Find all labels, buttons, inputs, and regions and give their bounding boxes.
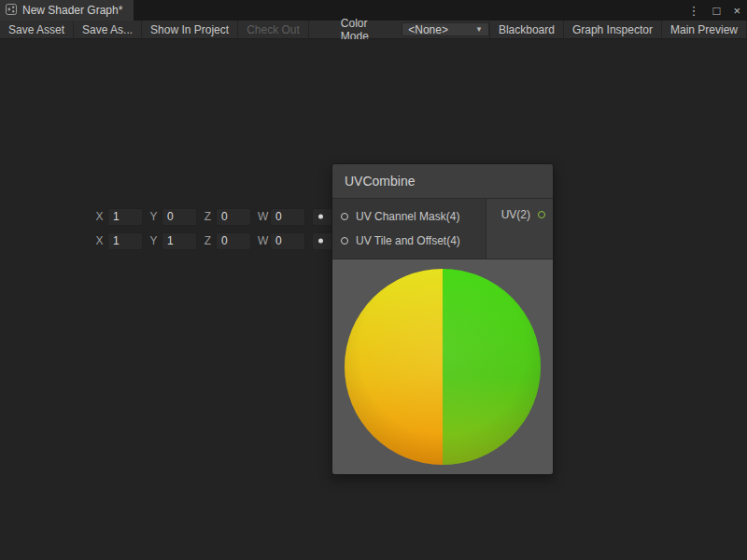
field-value-y[interactable]: 0 bbox=[162, 208, 197, 226]
window-controls: ⋮ □ × bbox=[682, 0, 747, 21]
field-label-w: W bbox=[258, 210, 266, 223]
vector-field: X 1 bbox=[95, 232, 143, 250]
vector-field: W 0 bbox=[258, 232, 305, 250]
input-port-icon[interactable] bbox=[341, 213, 348, 220]
input-port-label: UV Channel Mask(4) bbox=[356, 210, 459, 223]
output-port-icon[interactable] bbox=[538, 211, 545, 218]
field-label-y: Y bbox=[149, 234, 158, 247]
toolbar-right-group: Blackboard Graph Inspector Main Preview bbox=[489, 21, 747, 38]
field-label-x: X bbox=[95, 210, 104, 223]
inline-port-connector[interactable] bbox=[312, 208, 332, 226]
output-port-label: UV(2) bbox=[501, 208, 530, 221]
graph-inspector-toggle[interactable]: Graph Inspector bbox=[564, 21, 662, 38]
field-label-x: X bbox=[95, 234, 104, 247]
tab-new-shader-graph[interactable]: New Shader Graph* bbox=[0, 0, 134, 21]
vector4-input-row-1: X 1 Y 0 Z 0 W 0 bbox=[95, 207, 332, 226]
node-preview bbox=[332, 259, 553, 474]
inline-port-connector[interactable] bbox=[312, 232, 332, 250]
save-as-button[interactable]: Save As... bbox=[74, 21, 142, 38]
field-value-x[interactable]: 1 bbox=[107, 232, 143, 250]
node-output: UV(2) bbox=[486, 199, 553, 259]
node-header[interactable]: UVCombine bbox=[332, 164, 553, 199]
vector4-input-row-2: X 1 Y 1 Z 0 W 0 bbox=[95, 231, 332, 250]
node-uvcombine[interactable]: UVCombine UV Channel Mask(4) UV Tile and… bbox=[331, 163, 554, 475]
main-preview-toggle[interactable]: Main Preview bbox=[662, 21, 747, 38]
vector-field: W 0 bbox=[258, 208, 305, 226]
graph-canvas[interactable]: X 1 Y 0 Z 0 W 0 X 1 Y 1 Z 0 W bbox=[0, 39, 747, 560]
field-value-y[interactable]: 1 bbox=[162, 232, 197, 250]
save-asset-button[interactable]: Save Asset bbox=[0, 21, 74, 38]
node-title: UVCombine bbox=[345, 174, 415, 189]
shader-graph-toolbar: Save Asset Save As... Show In Project Ch… bbox=[0, 21, 747, 39]
blackboard-toggle[interactable]: Blackboard bbox=[489, 21, 564, 38]
field-label-y: Y bbox=[149, 210, 158, 223]
show-in-project-button[interactable]: Show In Project bbox=[142, 21, 238, 38]
port-dot-icon bbox=[318, 239, 323, 244]
chevron-down-icon: ▼ bbox=[475, 25, 483, 34]
input-port-icon[interactable] bbox=[341, 237, 348, 245]
port-dot-icon bbox=[318, 215, 323, 219]
tab-title: New Shader Graph* bbox=[22, 4, 122, 17]
input-port-label: UV Tile and Offset(4) bbox=[356, 234, 460, 247]
check-out-button: Check Out bbox=[238, 21, 309, 38]
close-icon[interactable]: × bbox=[726, 4, 747, 18]
field-value-z[interactable]: 0 bbox=[216, 208, 251, 226]
field-value-x[interactable]: 1 bbox=[107, 208, 143, 226]
vector-field: Y 0 bbox=[149, 208, 197, 226]
vector-field: X 1 bbox=[95, 208, 143, 226]
vector-field: Z 0 bbox=[204, 208, 251, 226]
field-label-z: Z bbox=[204, 210, 212, 223]
vector-field: Z 0 bbox=[204, 232, 251, 250]
color-mode-label: Color Mode bbox=[333, 21, 402, 38]
field-value-w[interactable]: 0 bbox=[270, 208, 305, 226]
kebab-menu-icon[interactable]: ⋮ bbox=[682, 4, 707, 18]
shader-graph-icon bbox=[6, 4, 17, 18]
preview-sphere bbox=[345, 269, 541, 465]
color-mode-value: <None> bbox=[408, 23, 448, 36]
vector-field: Y 1 bbox=[149, 232, 197, 250]
field-value-w[interactable]: 0 bbox=[270, 232, 305, 250]
input-port-row: UV Channel Mask(4) bbox=[332, 204, 486, 229]
node-ports: UV Channel Mask(4) UV Tile and Offset(4)… bbox=[332, 199, 553, 259]
field-value-z[interactable]: 0 bbox=[216, 232, 251, 250]
maximize-icon[interactable]: □ bbox=[707, 4, 727, 18]
field-label-w: W bbox=[258, 234, 266, 247]
field-label-z: Z bbox=[204, 234, 212, 247]
sphere-shading bbox=[345, 269, 541, 465]
color-mode-dropdown[interactable]: <None> ▼ bbox=[402, 22, 489, 36]
node-inputs: UV Channel Mask(4) UV Tile and Offset(4) bbox=[332, 199, 486, 259]
input-port-row: UV Tile and Offset(4) bbox=[332, 229, 486, 253]
